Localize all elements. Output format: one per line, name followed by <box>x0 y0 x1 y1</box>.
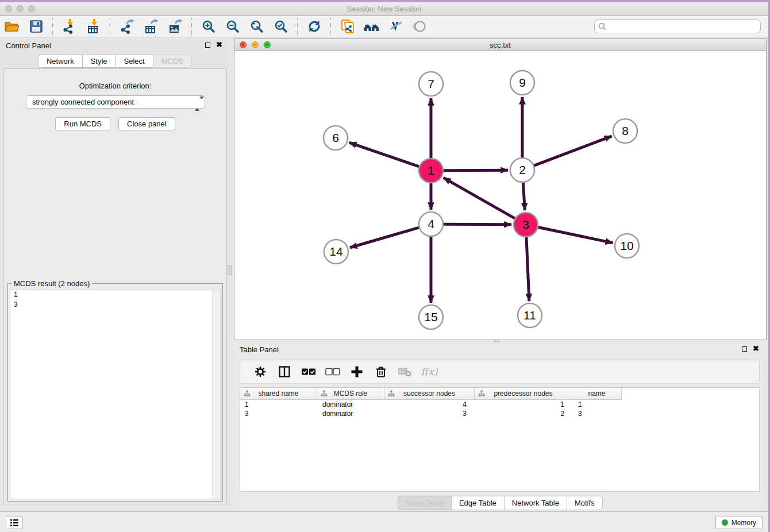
cell-predecessor-nodes[interactable]: 1 <box>475 400 572 409</box>
task-history-button[interactable] <box>6 516 23 529</box>
float-panel-icon[interactable] <box>205 43 210 48</box>
close-panel-icon[interactable]: ✖ <box>753 345 759 353</box>
graph-node-2[interactable]: 2 <box>510 158 534 182</box>
mcds-panel: Optimization criterion: strongly connect… <box>3 68 227 504</box>
deselect-all-icon[interactable] <box>325 364 340 379</box>
graph-node-14[interactable]: 14 <box>324 240 348 264</box>
eye-icon[interactable] <box>411 18 429 34</box>
add-column-icon[interactable] <box>349 364 364 379</box>
column-header-predecessor-nodes[interactable]: predecessor nodes <box>475 388 572 399</box>
tab-style[interactable]: Style <box>82 55 116 68</box>
export-image-icon[interactable] <box>167 18 184 34</box>
function-builder-icon[interactable]: f(x) <box>422 364 437 379</box>
graph-node-7[interactable]: 7 <box>419 72 443 96</box>
edge-4-14[interactable] <box>350 228 419 248</box>
apply-layout-icon[interactable] <box>306 18 323 34</box>
columns-icon[interactable] <box>277 364 292 379</box>
memory-button[interactable]: Memory <box>715 516 763 529</box>
tab-node-table[interactable]: Node Table <box>398 496 451 510</box>
export-network-icon[interactable] <box>118 18 136 34</box>
delete-icon[interactable] <box>374 364 388 379</box>
export-table-icon[interactable] <box>143 18 160 34</box>
import-table-icon[interactable] <box>85 18 102 34</box>
graph-node-9[interactable]: 9 <box>510 71 534 95</box>
toggle-graphics-details-icon[interactable] <box>387 18 405 34</box>
network-canvas[interactable]: 7968124314101511 <box>234 51 766 340</box>
table-row[interactable]: 1 dominator 4 1 1 <box>240 400 759 409</box>
vertical-splitter-grip[interactable] <box>228 265 232 275</box>
column-label: MCDS role <box>334 390 368 398</box>
edge-4-3[interactable] <box>444 224 511 225</box>
network-view-window: × − + scc.txt 7968124314101511 <box>234 38 767 340</box>
edge-1-6[interactable] <box>349 142 419 167</box>
zoom-out-icon[interactable] <box>224 18 241 34</box>
toolbar-separator <box>330 18 332 35</box>
delete-table-icon[interactable] <box>398 364 413 379</box>
graph-node-11[interactable]: 11 <box>518 303 542 327</box>
mcds-result-item[interactable]: 3 <box>10 300 220 310</box>
tab-network[interactable]: Network <box>38 55 82 68</box>
cell-name[interactable]: 1 <box>572 400 622 409</box>
edge-3-10[interactable] <box>538 228 613 243</box>
cell-mcds-role[interactable]: dominator <box>317 400 384 409</box>
select-all-icon[interactable] <box>301 364 316 379</box>
network-graph[interactable]: 7968124314101511 <box>234 51 766 340</box>
cell-name[interactable]: 3 <box>572 409 622 418</box>
graph-node-15[interactable]: 15 <box>419 305 443 329</box>
cell-shared-name[interactable]: 3 <box>240 409 317 418</box>
mcds-result-item[interactable]: 1 <box>10 290 220 300</box>
cell-successor-nodes[interactable]: 4 <box>384 400 475 409</box>
gear-icon[interactable] <box>253 364 268 379</box>
cell-predecessor-nodes[interactable]: 2 <box>475 409 572 418</box>
tab-motifs[interactable]: Motifs <box>567 496 603 510</box>
cell-successor-nodes[interactable]: 3 <box>384 409 475 418</box>
cell-shared-name[interactable]: 1 <box>240 400 317 409</box>
column-label: name <box>588 390 605 398</box>
zoom-in-icon[interactable] <box>200 18 217 34</box>
float-panel-icon[interactable] <box>742 346 747 352</box>
tab-edge-table[interactable]: Edge Table <box>451 496 504 510</box>
table-row[interactable]: 3 dominator 3 2 3 <box>240 409 759 418</box>
table-panel-title: Table Panel <box>240 345 279 354</box>
zoom-selected-icon[interactable] <box>272 18 290 34</box>
close-panel-button[interactable]: Close panel <box>118 117 175 130</box>
graph-node-3[interactable]: 3 <box>514 213 538 237</box>
graph-node-8[interactable]: 8 <box>613 119 637 143</box>
cell-mcds-role[interactable]: dominator <box>317 409 384 418</box>
column-header-mcds-role[interactable]: MCDS role <box>317 388 384 399</box>
zoom-fit-icon[interactable] <box>248 18 265 34</box>
scrollbar-track[interactable] <box>212 290 220 499</box>
optimization-criterion-select[interactable]: strongly connected component <box>26 95 205 109</box>
edge-2-3[interactable] <box>523 183 525 210</box>
open-file-icon[interactable] <box>3 18 21 34</box>
edge-3-11[interactable] <box>526 237 529 301</box>
save-session-icon[interactable] <box>28 18 45 34</box>
tab-select[interactable]: Select <box>116 55 153 68</box>
column-header-shared-name[interactable]: shared name <box>240 388 317 399</box>
import-network-icon[interactable] <box>61 18 78 34</box>
table-panel-tabs: Node Table Edge Table Network Table Moti… <box>234 496 767 510</box>
search-input[interactable] <box>594 20 761 33</box>
edge-2-8[interactable] <box>534 136 612 165</box>
network-window-titlebar[interactable]: × − + scc.txt <box>234 39 766 51</box>
mcds-result-list[interactable]: 1 3 <box>10 290 221 499</box>
tab-network-table[interactable]: Network Table <box>504 496 567 510</box>
graph-node-label: 7 <box>428 77 434 90</box>
app-window: Session: New Session <box>0 2 768 532</box>
node-table[interactable]: shared name MCDS role successor nodes pr… <box>240 387 760 492</box>
network-view-title: scc.txt <box>234 41 766 49</box>
graph-node-1[interactable]: 1 <box>419 159 443 183</box>
edge-1-2[interactable] <box>444 170 508 171</box>
close-panel-icon[interactable]: ✖ <box>216 41 222 49</box>
graph-node-6[interactable]: 6 <box>324 126 348 150</box>
first-neighbors-icon[interactable] <box>363 18 380 34</box>
tab-mcds[interactable]: MCDS <box>153 55 192 68</box>
edge-3-1[interactable] <box>444 178 515 218</box>
graph-node-4[interactable]: 4 <box>419 212 443 236</box>
clone-network-icon[interactable] <box>339 18 356 34</box>
run-mcds-button[interactable]: Run MCDS <box>55 117 110 130</box>
column-header-successor-nodes[interactable]: successor nodes <box>384 388 475 399</box>
column-label: successor nodes <box>403 390 455 398</box>
graph-node-10[interactable]: 10 <box>615 234 639 258</box>
column-header-name[interactable]: name <box>572 388 622 399</box>
